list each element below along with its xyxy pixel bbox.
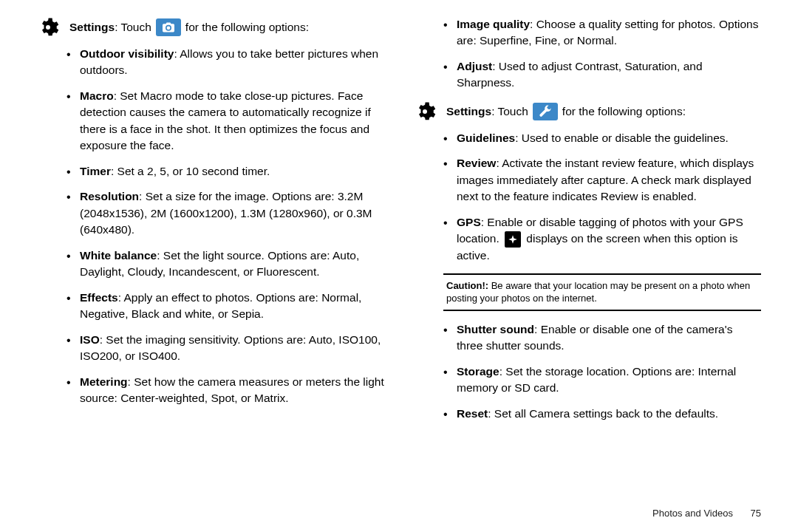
- caution-block: Caution!: Be aware that your location ma…: [443, 273, 761, 311]
- left-bullet-list: Outdoor visibility: Allows you to take b…: [66, 46, 384, 406]
- item-label: Adjust: [457, 60, 492, 72]
- list-item: Review: Activate the instant review feat…: [443, 155, 761, 205]
- wrench-icon: [533, 103, 558, 120]
- list-item: Image quality: Choose a quality setting …: [443, 16, 761, 50]
- item-label: Resolution: [80, 190, 139, 202]
- svg-point-0: [46, 25, 50, 30]
- list-item: Macro: Set Macro mode to take close-up p…: [66, 88, 384, 154]
- item-text: : Set the imaging sensitivity. Options a…: [80, 333, 381, 362]
- item-label: Image quality: [457, 18, 530, 30]
- left-column: Settings: Touch for the following option…: [37, 16, 384, 431]
- right-low-bullet-list: Shutter sound: Enable or disable one of …: [443, 321, 761, 422]
- item-text: : Set a 2, 5, or 10 second timer.: [111, 165, 270, 177]
- item-label: Outdoor visibility: [80, 47, 174, 60]
- list-item: Shutter sound: Enable or disable one of …: [443, 321, 761, 355]
- caution-label: Caution!:: [446, 280, 488, 291]
- camera-icon: [156, 18, 181, 36]
- gear-icon: [37, 16, 59, 38]
- right-column: Image quality: Choose a quality setting …: [414, 16, 761, 431]
- list-item: Effects: Apply an effect to photos. Opti…: [66, 290, 384, 323]
- list-item: Adjust: Used to adjust Contrast, Saturat…: [443, 58, 761, 92]
- page-number: 75: [751, 508, 761, 519]
- item-label: Guidelines: [457, 132, 515, 144]
- item-label: GPS: [457, 216, 481, 228]
- item-label: ISO: [80, 333, 100, 346]
- item-text: : Activate the instant review feature, w…: [457, 157, 754, 202]
- gear-icon: [414, 100, 436, 123]
- settings-intro-line-2: Settings: Touch for the following option…: [443, 100, 761, 123]
- item-label: Metering: [80, 375, 128, 388]
- item-label: Storage: [457, 365, 499, 378]
- list-item: Timer: Set a 2, 5, or 10 second timer.: [66, 163, 384, 180]
- list-item: GPS: Enable or disable tagging of photos…: [443, 214, 761, 265]
- intro-tail: for the following options:: [185, 19, 309, 35]
- item-text: : Set the storage location. Options are:…: [457, 365, 736, 394]
- right-top-bullet-list: Image quality: Choose a quality setting …: [443, 16, 761, 92]
- item-text: : Set all Camera settings back to the de…: [488, 407, 718, 420]
- item-text: : Used to adjust Contrast, Saturation, a…: [457, 60, 703, 89]
- item-text: : Apply an effect to photos. Options are…: [80, 291, 361, 320]
- item-label: Timer: [80, 165, 111, 177]
- item-text: : Set Macro mode to take close-up pictur…: [80, 89, 371, 151]
- list-item: White balance: Set the light source. Opt…: [66, 248, 384, 281]
- svg-point-1: [423, 109, 427, 114]
- item-label: White balance: [80, 249, 157, 262]
- item-label: Reset: [457, 407, 488, 420]
- two-column-layout: Settings: Touch for the following option…: [0, 0, 798, 431]
- item-label: Review: [457, 157, 496, 169]
- section-title: Photos and Videos: [652, 508, 733, 519]
- list-item: Reset: Set all Camera settings back to t…: [443, 406, 761, 422]
- right-mid-bullet-list: Guidelines: Used to enable or disable th…: [443, 130, 761, 205]
- caution-text: Be aware that your location may be prese…: [446, 280, 750, 304]
- intro-sep: : Touch: [115, 21, 151, 33]
- page-footer: Photos and Videos 75: [652, 508, 761, 519]
- item-label: Effects: [80, 291, 118, 304]
- intro-tail: for the following options:: [562, 103, 686, 120]
- list-item: Outdoor visibility: Allows you to take b…: [66, 46, 384, 79]
- list-item: Storage: Set the storage location. Optio…: [443, 364, 761, 397]
- settings-label: Settings: [69, 21, 115, 33]
- settings-intro-line: Settings: Touch for the following option…: [66, 16, 384, 38]
- intro-sep: : Touch: [491, 105, 528, 117]
- list-item: ISO: Set the imaging sensitivity. Option…: [66, 332, 384, 365]
- item-text: : Used to enable or disable the guidelin…: [515, 132, 729, 144]
- gps-tag-icon: [505, 231, 521, 248]
- manual-page: Settings: Touch for the following option…: [0, 0, 798, 532]
- list-item: Resolution: Set a size for the image. Op…: [66, 188, 384, 238]
- item-label: Shutter sound: [457, 323, 534, 335]
- settings-label: Settings: [446, 105, 491, 117]
- list-item: Metering: Set how the camera measures or…: [66, 374, 384, 407]
- item-label: Macro: [80, 89, 114, 102]
- gps-bullet: GPS: Enable or disable tagging of photos…: [443, 214, 761, 265]
- list-item: Guidelines: Used to enable or disable th…: [443, 130, 761, 146]
